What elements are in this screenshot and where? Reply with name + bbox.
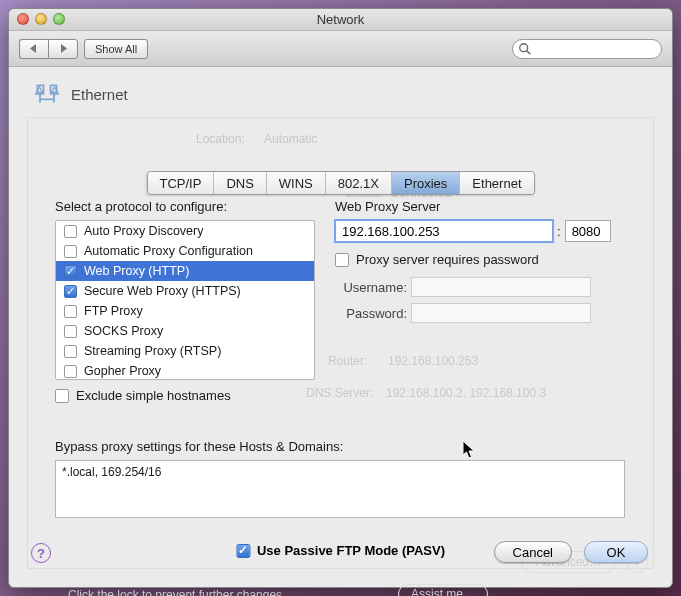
- content-area: Ethernet Location: Automatic Status: Con…: [9, 67, 672, 587]
- dialog-buttons: Cancel OK: [494, 541, 648, 563]
- username-label: Username:: [335, 280, 407, 295]
- requires-password-checkbox[interactable]: Proxy server requires password: [335, 252, 646, 267]
- protocol-row[interactable]: Streaming Proxy (RTSP): [56, 341, 314, 361]
- checkbox-icon[interactable]: [64, 345, 77, 358]
- protocol-row[interactable]: Automatic Proxy Configuration: [56, 241, 314, 261]
- zoom-icon[interactable]: [53, 13, 65, 25]
- svg-marker-1: [61, 44, 67, 53]
- checkbox-icon[interactable]: [64, 365, 77, 378]
- tab-8021x[interactable]: 802.1X: [326, 172, 392, 194]
- tab-ethernet[interactable]: Ethernet: [460, 172, 533, 194]
- tab-bar: TCP/IP DNS WINS 802.1X Proxies Ethernet: [146, 171, 534, 195]
- passive-ftp-checkbox[interactable]: Use Passive FTP Mode (PASV): [236, 543, 445, 558]
- checkbox-icon[interactable]: [64, 305, 77, 318]
- interface-name: Ethernet: [71, 86, 128, 103]
- protocol-list[interactable]: Auto Proxy Discovery Automatic Proxy Con…: [55, 220, 315, 380]
- checkbox-icon[interactable]: [64, 285, 77, 298]
- bg-router-value: 192.168.100.253: [388, 354, 478, 368]
- show-all-button[interactable]: Show All: [84, 39, 148, 59]
- forward-button[interactable]: [48, 39, 78, 59]
- bg-lock-text: Click the lock to prevent further change…: [68, 588, 285, 596]
- network-preferences-window: Network Show All Ethernet: [8, 8, 673, 588]
- window-title: Network: [9, 12, 672, 27]
- toolbar: Show All: [9, 31, 672, 67]
- search-field[interactable]: [512, 39, 662, 59]
- host-port-separator: :: [557, 224, 561, 239]
- checkbox-icon[interactable]: [64, 325, 77, 338]
- protocol-row[interactable]: Auto Proxy Discovery: [56, 221, 314, 241]
- close-icon[interactable]: [17, 13, 29, 25]
- bg-dns-value: 192.168.100.2, 192.168.100.3: [386, 386, 546, 400]
- cancel-button[interactable]: Cancel: [494, 541, 572, 563]
- ethernet-icon: [33, 81, 61, 107]
- svg-line-3: [527, 50, 531, 54]
- bypass-label: Bypass proxy settings for these Hosts & …: [55, 439, 625, 454]
- tab-wins[interactable]: WINS: [267, 172, 326, 194]
- svg-point-2: [520, 43, 528, 51]
- bg-location-label: Location:: [196, 132, 245, 146]
- bypass-textarea[interactable]: *.local, 169.254/16: [55, 460, 625, 518]
- nav-back-forward: [19, 39, 78, 59]
- search-icon: [518, 42, 532, 56]
- bg-assist-button: Assist me…: [398, 584, 488, 596]
- protocol-row[interactable]: Secure Web Proxy (HTTPS): [56, 281, 314, 301]
- protocol-row[interactable]: FTP Proxy: [56, 301, 314, 321]
- checkbox-icon[interactable]: [64, 265, 77, 278]
- bg-dns-label: DNS Server:: [306, 386, 373, 400]
- proxy-server-heading: Web Proxy Server: [335, 199, 646, 214]
- checkbox-icon[interactable]: [64, 245, 77, 258]
- checkbox-icon[interactable]: [55, 389, 69, 403]
- titlebar: Network: [9, 9, 672, 31]
- back-button[interactable]: [19, 39, 48, 59]
- bg-location-value: Automatic: [264, 132, 317, 146]
- help-button[interactable]: ?: [31, 543, 51, 563]
- tab-proxies[interactable]: Proxies: [392, 172, 460, 194]
- password-input[interactable]: [411, 303, 591, 323]
- tab-dns[interactable]: DNS: [214, 172, 266, 194]
- protocol-row[interactable]: SOCKS Proxy: [56, 321, 314, 341]
- password-label: Password:: [335, 306, 407, 321]
- bg-router-label: Router:: [328, 354, 367, 368]
- username-input[interactable]: [411, 277, 591, 297]
- proxy-host-input[interactable]: [335, 220, 553, 242]
- interface-header: Ethernet: [9, 67, 672, 117]
- minimize-icon[interactable]: [35, 13, 47, 25]
- search-input[interactable]: [512, 39, 662, 59]
- svg-marker-0: [30, 44, 36, 53]
- tab-tcpip[interactable]: TCP/IP: [147, 172, 214, 194]
- select-protocol-label: Select a protocol to configure:: [55, 199, 315, 214]
- protocol-row[interactable]: Gopher Proxy: [56, 361, 314, 380]
- proxy-port-input[interactable]: [565, 220, 611, 242]
- checkbox-icon[interactable]: [236, 544, 250, 558]
- ok-button[interactable]: OK: [584, 541, 648, 563]
- checkbox-icon[interactable]: [64, 225, 77, 238]
- checkbox-icon[interactable]: [335, 253, 349, 267]
- exclude-simple-checkbox[interactable]: Exclude simple hostnames: [55, 388, 315, 403]
- protocol-row[interactable]: Web Proxy (HTTP): [56, 261, 314, 281]
- traffic-lights: [17, 13, 65, 25]
